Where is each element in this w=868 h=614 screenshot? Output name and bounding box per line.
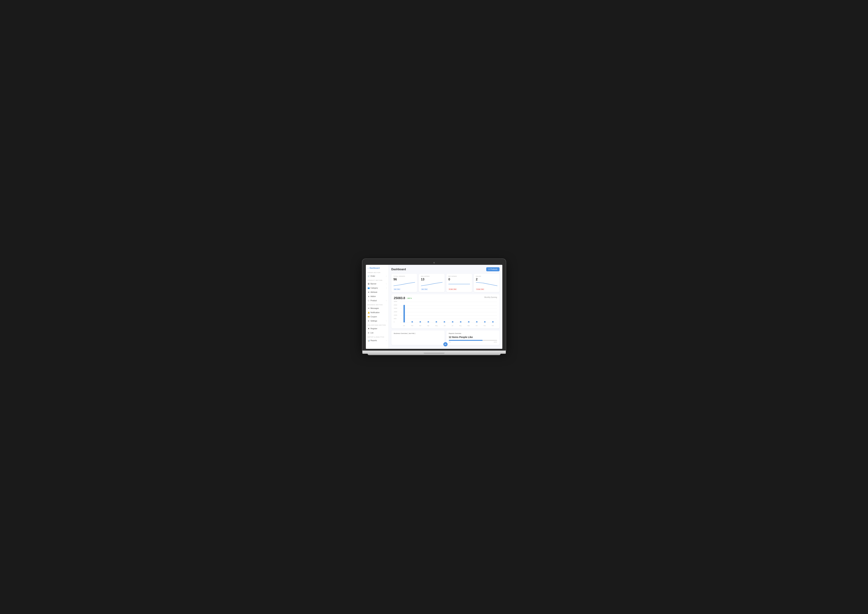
earnings-card: 25083.8 ↑ 100 % Monthly Earning 30000250… [391,294,499,328]
chevron-icon: › [386,283,387,285]
progress-bar-track [449,340,497,341]
notification-icon: 🔔 [367,312,370,313]
sidebar-item-coupon[interactable]: 🎫Coupon [366,315,388,319]
items-like-title: 12 Items People Like [449,336,497,338]
grid-label: 15000 [394,311,397,312]
sidebar-item-left: ⊕Addon [367,295,376,298]
settings-icon: ⚙ [367,320,370,322]
sidebar-item-left: 🔔Notification [367,312,380,313]
sidebar-item-label-coupon: Coupon [370,316,377,318]
bar-col-1 [408,302,416,323]
bar-col-11 [489,302,497,323]
sparkline-total-orders [394,282,415,287]
sidebar-item-register[interactable]: ✱Register [366,326,388,330]
sidebar-item-left: ✱Register [367,327,377,330]
camera [433,262,435,264]
bar-10 [484,321,485,323]
stat-value-failed: 2 [476,278,498,281]
bar-xlabel-5: Jun [444,325,446,326]
sidebar-item-notification[interactable]: 🔔Notification [366,310,388,315]
bar-1 [412,321,413,323]
sidebar-item-left: ⚙Settings [367,320,377,322]
stat-value-total-orders: 96 [394,278,415,281]
sidebar-item-left: 👥Category [367,287,378,289]
bar-chart-xlabels: JanFebMarAprMayJunJulAugSepOctNovDec [400,325,497,326]
earnings-pct-value: 100 % [407,298,412,299]
sidebar-item-category[interactable]: 👥Category› [366,286,388,290]
sidebar-item-reports[interactable]: 📊Reports› [366,338,388,343]
bar-xlabel-11: Dec [492,325,494,326]
bar-xlabel-6: Jul [452,325,453,326]
stat-date-range-delivered: Jan - Dec [421,288,428,290]
bar-chart: 300002500020000150001000050000 JanFebMar… [394,302,497,326]
sidebar-item-left: 🖼Banner [367,283,377,285]
sparkline-failed [476,282,498,287]
sidebar-item-banner[interactable]: 🖼Banner› [366,282,388,286]
chevron-icon: › [386,300,387,301]
bar-11 [492,321,494,323]
coupon-icon: 🎫 [367,316,370,318]
sidebar-item-label-order: Order [370,275,375,277]
sidebar-item-attribute[interactable]: ⊞Attribute [366,290,388,294]
register-icon: ✱ [367,327,370,330]
sidebar: ⌂ Dashboard Order Section🛒Order›Product … [366,265,389,349]
progress-max-label: 100% [494,341,497,343]
bar-xlabel-3: Apr [428,325,429,326]
laptop-wrapper: ⌂ Dashboard Order Section🛒Order›Product … [362,259,506,355]
earnings-amount: 25083.8 ↑ 100 % [394,296,412,300]
chevron-icon: › [386,320,387,322]
scroll-badge[interactable]: 26 [443,342,448,346]
sidebar-logo: ⌂ Dashboard [366,265,388,270]
stat-card-total-orders: Total Orders96Jan - Dec [391,274,417,292]
sidebar-item-label-messages: Messages [370,307,379,309]
bar-xlabel-7: Aug [459,325,461,326]
earnings-amount-section: 25083.8 ↑ 100 % [394,296,412,300]
order-icon: 🛒 [367,275,370,277]
sidebar-item-label-category: Category [370,287,378,289]
business-overview-title: Business Overview ( Jan-Feb ) [394,333,442,334]
grid-label: 25000 [394,304,397,305]
sidebar-item-label-settings: Settings [370,320,377,322]
laptop-screen: ⌂ Dashboard Order Section🛒Order›Product … [366,265,502,349]
bar-xlabel-2: Mar [419,325,421,326]
earnings-header: 25083.8 ↑ 100 % Monthly Earning [394,296,497,300]
bar-col-4 [432,302,440,323]
sidebar-section-label: Product Section [366,278,388,282]
attribute-icon: ⊞ [367,291,370,293]
bar-9 [476,321,477,323]
bar-4 [436,321,437,323]
box-icon: ⊡ [488,268,490,270]
sidebar-item-list[interactable]: ☰List [366,330,388,335]
products-button[interactable]: ⊡ Products [486,267,499,271]
sidebar-item-label-banner: Banner [370,283,377,285]
page-title: Dashboard [391,268,406,271]
sidebar-item-addon[interactable]: ⊕Addon [366,294,388,298]
bar-5 [444,321,445,323]
sidebar-item-settings[interactable]: ⚙Settings› [366,319,388,323]
sidebar-item-left: ⬡Product [367,299,377,302]
dashboard-icon: ⌂ [367,267,369,269]
stat-label-returned: Returned [448,276,470,277]
reports-overview-card: Reports Overview 12 Items People Like 0%… [446,330,499,345]
sidebar-item-order[interactable]: 🛒Order› [366,274,388,278]
bar-xlabel-1: Feb [411,325,413,326]
sidebar-item-product[interactable]: ⬡Product› [366,298,388,302]
screen-bezel: ⌂ Dashboard Order Section🛒Order›Product … [362,259,506,350]
bar-col-3 [424,302,432,323]
stat-card-delivered: Delivered13Jan - Dec [419,274,445,292]
sidebar-item-label-addon: Addon [370,295,376,298]
sidebar-item-messages[interactable]: ✉Messages [366,306,388,310]
addon-icon: ⊕ [367,295,370,298]
sidebar-item-label-list: List [370,332,374,334]
sidebar-item-left: 📊Reports [367,340,377,341]
progress-bar-container [449,340,497,341]
bar-xlabel-0: Jan [403,325,405,326]
progress-min-label: 0% [449,341,451,343]
progress-labels: 0% 100% [449,341,497,343]
bar-xlabel-4: May [435,325,437,326]
bar-0 [403,305,405,323]
progress-bar-fill [449,340,482,341]
sidebar-item-label-reports: Reports [370,340,377,341]
bar-col-2 [416,302,424,323]
chevron-icon: › [386,340,387,341]
